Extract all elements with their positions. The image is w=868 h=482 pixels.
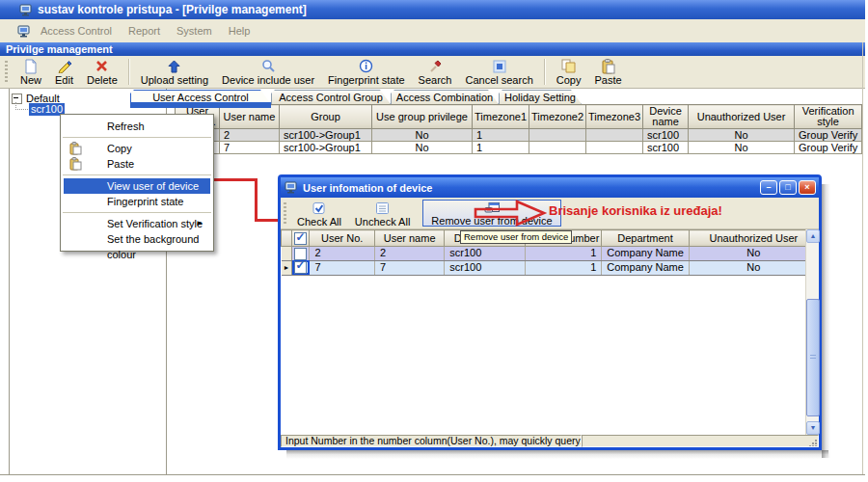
table-row[interactable]: 77scr100->Group1No1scr100NoGroup Verify: [176, 142, 862, 154]
table-cell: No: [689, 129, 795, 142]
row-indicator: [282, 247, 292, 261]
table-cell: scr100: [445, 260, 526, 275]
main-toolbar: NewEditDeleteUpload settingDevice includ…: [0, 56, 865, 89]
resize-grip[interactable]: [808, 439, 817, 447]
header-checkbox-icon[interactable]: [294, 232, 307, 245]
menu-item-paste[interactable]: Paste: [61, 156, 213, 172]
copy-button[interactable]: Copy: [550, 56, 588, 88]
column-header[interactable]: Timezone1: [473, 105, 529, 129]
menu-report[interactable]: Report: [128, 25, 160, 37]
column-header[interactable]: User name: [220, 105, 280, 129]
column-header[interactable]: Timezone3: [586, 105, 643, 129]
row-checkbox[interactable]: [294, 261, 307, 274]
column-header[interactable]: Department: [602, 230, 689, 247]
edit-button[interactable]: Edit: [48, 56, 80, 88]
maximize-button[interactable]: □: [779, 180, 797, 195]
table-cell: 1: [473, 129, 529, 142]
column-header[interactable]: Unauthorized User: [689, 105, 795, 129]
dialog-computer-icon: [285, 181, 298, 194]
menu-access-control[interactable]: Access Control: [41, 25, 112, 37]
uncheck-all-icon: [375, 200, 390, 216]
table-cell: Group Verify: [795, 142, 862, 154]
table-cell: 7: [220, 142, 280, 154]
column-header[interactable]: Verification style: [795, 105, 862, 129]
table-cell: scr100->Group1: [280, 129, 372, 142]
toolbar-button-label: Edit: [55, 74, 73, 86]
window-bottom-edge: [0, 474, 865, 475]
caption-title: Privilge management: [6, 43, 113, 55]
app-computer-icon: [19, 4, 33, 16]
column-header[interactable]: Use group privilege: [372, 105, 473, 129]
menu-bar: Access ControlReportSystemHelp: [0, 19, 865, 42]
device-include-user-button[interactable]: Device include user: [215, 56, 321, 88]
row-checkbox[interactable]: [294, 248, 307, 260]
table-cell: 2: [220, 129, 280, 142]
dialog-title: User infomation of device: [303, 182, 432, 194]
column-header[interactable]: User name: [375, 230, 445, 247]
check-all-header[interactable]: [292, 230, 310, 247]
annotation-text: Brisanje korisnika iz uređaja!: [549, 203, 722, 218]
user-row[interactable]: 22scr1001Company NameNo: [282, 247, 819, 261]
menu-item-set-the-background-colour[interactable]: Set the background colour: [61, 231, 213, 247]
column-header[interactable]: Timezone2: [529, 105, 586, 129]
dialog-status-bar: Input Number in the number column(User N…: [281, 435, 819, 447]
delete-x-icon: [95, 58, 108, 74]
table-cell: scr100: [445, 247, 526, 261]
submenu-arrow-icon: ►: [196, 216, 203, 231]
tab-holiday-setting[interactable]: Holiday Setting: [499, 90, 582, 104]
column-header[interactable]: User No.: [310, 230, 375, 247]
title-bar[interactable]: sustav kontrole pristupa - [Privilge man…: [0, 0, 865, 19]
paste-button[interactable]: Paste: [587, 56, 628, 88]
status-message: Input Number in the number column(User N…: [281, 435, 582, 447]
uncheck-all-button[interactable]: Uncheck All: [348, 198, 417, 228]
vertical-scrollbar[interactable]: ▲ ▼: [805, 229, 819, 435]
table-cell: [586, 142, 643, 154]
toolbar-grip[interactable]: [5, 61, 8, 83]
menu-item-copy[interactable]: Copy: [61, 141, 213, 156]
table-row[interactable]: 22scr100->Group1No1scr100NoGroup Verify: [176, 129, 862, 142]
column-header[interactable]: Device name: [643, 105, 689, 129]
fingerprint-state-button[interactable]: Fingerprint state: [321, 56, 411, 88]
column-header[interactable]: Unauthorized User: [689, 230, 818, 247]
tab-access-combination[interactable]: Access Combination: [391, 90, 499, 104]
toolbar-button-label: Upload setting: [141, 74, 208, 86]
app-window: sustav kontrole pristupa - [Privilge man…: [0, 0, 865, 476]
user-row[interactable]: ►77scr1001Company NameNo: [282, 260, 819, 275]
tree-connector: [15, 102, 28, 110]
selected-tab-underline: [130, 102, 271, 108]
scrollbar-thumb[interactable]: [806, 299, 820, 416]
dialog-toolbar-grip[interactable]: [284, 202, 286, 225]
toolbar-separator: [544, 59, 546, 85]
toolbar-button-label: Delete: [87, 74, 118, 86]
scroll-up-icon[interactable]: ▲: [806, 229, 820, 243]
row-checkbox-cell[interactable]: [292, 247, 310, 261]
user-information-dialog: User infomation of device – □ × Check Al…: [278, 174, 822, 450]
table-cell: [529, 129, 586, 142]
menu-item-set-verification-style[interactable]: Set Verification style►: [61, 216, 213, 231]
delete-button[interactable]: Delete: [80, 56, 124, 88]
remove-button-tooltip: Remove user from device: [460, 230, 572, 244]
table-cell: 1: [526, 247, 602, 261]
menu-item-refresh[interactable]: Refresh: [61, 119, 213, 134]
check-all-button[interactable]: Check All: [290, 198, 348, 228]
table-cell: scr100: [643, 142, 689, 154]
dialog-title-bar[interactable]: User infomation of device – □ ×: [281, 177, 819, 198]
table-cell: No: [372, 142, 473, 154]
menu-help[interactable]: Help: [229, 25, 251, 37]
tab-access-control-group[interactable]: Access Control Group: [271, 90, 391, 104]
minimize-button[interactable]: –: [760, 180, 777, 195]
menu-item-fingerprint-state[interactable]: Fingerprint state: [61, 194, 213, 209]
scroll-down-icon[interactable]: ▼: [806, 421, 820, 435]
menu-system[interactable]: System: [176, 25, 212, 37]
close-button[interactable]: ×: [799, 180, 816, 195]
row-checkbox-cell[interactable]: [292, 260, 310, 275]
new-button[interactable]: New: [14, 56, 48, 88]
toolbar-button-label: Uncheck All: [355, 216, 410, 228]
cancel-search-button[interactable]: Cancel search: [458, 56, 539, 88]
upload-setting-button[interactable]: Upload setting: [134, 56, 215, 88]
menu-item-view-user-of-device[interactable]: View user of device: [64, 178, 210, 194]
search-button[interactable]: Search: [412, 56, 459, 88]
table-cell: No: [372, 129, 473, 142]
column-header[interactable]: Group: [280, 105, 372, 129]
caption-bar: Privilge management: [0, 42, 865, 56]
